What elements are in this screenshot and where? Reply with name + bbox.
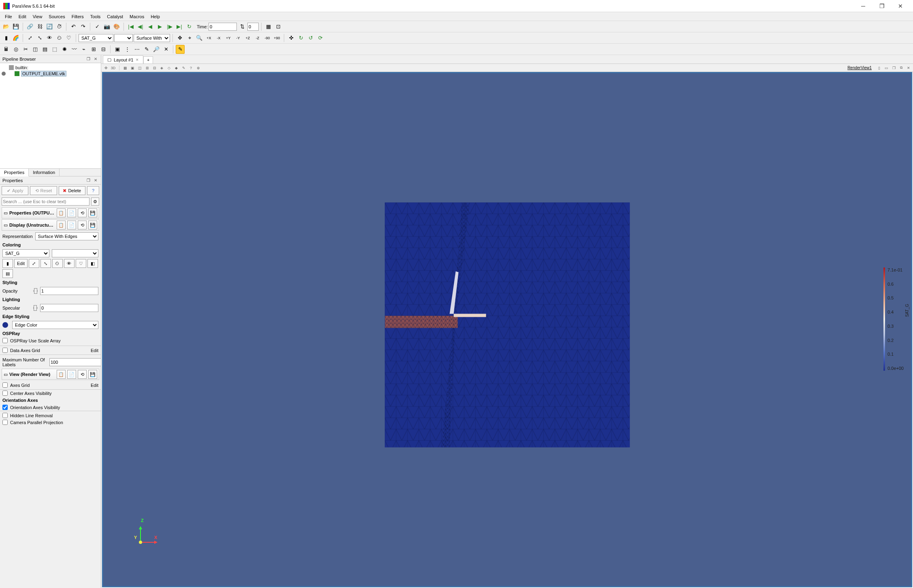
pipeline-item[interactable]: OUTPUT_ELEME.vtk	[2, 70, 99, 77]
rotate-minus90-icon[interactable]: -90	[263, 34, 272, 42]
delete-button[interactable]: ✖Delete	[59, 186, 85, 195]
play-icon[interactable]: ▶	[155, 22, 164, 31]
reset-props-icon[interactable]: ⟲	[78, 208, 87, 217]
hidden-line-checkbox[interactable]	[2, 413, 8, 418]
scalar-colorbar[interactable]: 7.1e-01 0.6 0.5 0.4 0.3 0.2 0.1 0.0e+00	[883, 267, 904, 371]
apply-icon[interactable]: ✓	[93, 22, 102, 31]
redo-icon[interactable]: ↷	[79, 22, 87, 31]
rescale-visible-button[interactable]: 👁	[64, 259, 74, 268]
split-v-icon[interactable]: ▭	[883, 65, 890, 71]
render-tool-10-icon[interactable]: ?	[188, 65, 194, 71]
maximize-view-icon[interactable]: ❐	[891, 65, 897, 71]
loop-icon[interactable]: ↻	[185, 22, 194, 31]
edit-colormap-button[interactable]: Edit	[14, 259, 28, 268]
render-tool-11-icon[interactable]: ⊕	[195, 65, 201, 71]
menu-catalyst[interactable]: Catalyst	[104, 13, 126, 20]
rotate-plus90-icon[interactable]: +90	[272, 34, 281, 42]
rotate-ccw-icon[interactable]: ↺	[306, 34, 315, 42]
save-display-icon[interactable]: 💾	[88, 221, 97, 229]
tab-properties[interactable]: Properties	[0, 169, 29, 176]
rescale-custom-button[interactable]: ⤡	[40, 259, 51, 268]
section-view[interactable]: ▭View (Render View) 📋 📄 ⟲ 💾	[2, 369, 99, 380]
properties-search-input[interactable]	[2, 197, 89, 206]
opacity-input[interactable]	[40, 287, 98, 295]
hover-cells-icon[interactable]: ⋯	[132, 45, 141, 54]
interactive-select-icon[interactable]: ✎	[142, 45, 151, 54]
screenshot-icon[interactable]: 📷	[102, 22, 111, 31]
rescale-visible-icon[interactable]: 👁	[45, 34, 54, 42]
set-view-z-plus-icon[interactable]: +Z	[243, 34, 252, 42]
find-data-icon[interactable]: 🔎	[152, 45, 161, 54]
reset-display-icon[interactable]: ⟲	[78, 221, 87, 229]
pipeline-tree[interactable]: builtin: OUTPUT_ELEME.vtk	[0, 63, 101, 168]
save-view-icon[interactable]: 💾	[88, 370, 97, 379]
edge-color-select[interactable]: Edge Color	[12, 321, 98, 329]
opacity-slider[interactable]	[33, 290, 38, 292]
disconnect-icon[interactable]: ⛓	[35, 22, 44, 31]
properties-panel[interactable]: ✔Apply ⟲Reset ✖Delete ? ⚙ ▭Properties (O…	[0, 185, 101, 588]
step-back-icon[interactable]: ◀|	[136, 22, 145, 31]
colormap-preset-icon[interactable]: ♡	[64, 34, 73, 42]
menu-edit[interactable]: Edit	[16, 13, 29, 20]
menu-tools[interactable]: Tools	[88, 13, 103, 20]
first-frame-icon[interactable]: |◀	[126, 22, 135, 31]
extract-icon[interactable]: ⬚	[50, 45, 59, 54]
rescale-icon[interactable]: ⤢	[26, 34, 34, 42]
close-view-icon[interactable]: ✕	[905, 65, 911, 71]
copy-view-icon[interactable]: 📋	[57, 370, 66, 379]
rotate-cw-icon[interactable]: ↻	[296, 34, 305, 42]
apply-button[interactable]: ✔Apply	[2, 186, 28, 195]
clear-selection-icon[interactable]: ✕	[162, 45, 170, 54]
close-layout-icon[interactable]: ✕	[136, 58, 139, 62]
minimize-button[interactable]: ─	[854, 0, 873, 12]
section-display[interactable]: ▭Display (UnstructuredGridRepresentation…	[2, 219, 99, 231]
close-button[interactable]: ✕	[891, 0, 910, 12]
pick-center-icon[interactable]: ✜	[287, 34, 296, 42]
glyph-icon[interactable]: ✺	[60, 45, 69, 54]
set-view-z-minus-icon[interactable]: -Z	[253, 34, 262, 42]
set-view-y-minus-icon[interactable]: -Y	[234, 34, 243, 42]
specular-input[interactable]	[40, 304, 98, 312]
render-tool-3-icon[interactable]: ◫	[137, 65, 143, 71]
set-view-y-plus-icon[interactable]: +Y	[224, 34, 233, 42]
layout-tab-1[interactable]: ▢Layout #1✕	[103, 55, 143, 64]
rescale-temporal-button[interactable]: ⏲	[52, 259, 63, 268]
edge-color-swatch[interactable]	[2, 322, 8, 328]
render-tool-8-icon[interactable]: ◆	[173, 65, 179, 71]
representation-field[interactable]: Surface With Edges	[35, 232, 98, 240]
reset-rotation-icon[interactable]: ⟳	[316, 34, 325, 42]
menu-file[interactable]: File	[2, 13, 15, 20]
dock-float-icon[interactable]: ❐	[85, 56, 91, 62]
group-icon[interactable]: ⊞	[89, 45, 98, 54]
props-float-icon[interactable]: ❐	[85, 178, 91, 183]
data-axes-edit-button[interactable]: Edit	[91, 348, 98, 353]
stream-tracer-icon[interactable]: 〰	[70, 45, 79, 54]
center-axes-checkbox[interactable]	[2, 391, 8, 396]
time-value-input[interactable]	[209, 23, 237, 31]
representation-select[interactable]: Surface With Edges	[134, 34, 170, 42]
tab-information[interactable]: Information	[29, 169, 60, 176]
orientation-axes-widget[interactable]: Z Y X	[136, 525, 160, 550]
menu-sources[interactable]: Sources	[46, 13, 67, 20]
max-labels-input[interactable]	[49, 358, 101, 366]
rescale-time-icon[interactable]: ⏲	[55, 34, 64, 42]
coloring-array-select[interactable]: SAT_G	[2, 249, 49, 257]
render-tool-7-icon[interactable]: ◇	[166, 65, 172, 71]
render-tool-6-icon[interactable]: ◈	[159, 65, 165, 71]
separate-colormap-button[interactable]: ◧	[87, 259, 98, 268]
zoom-to-data-icon[interactable]: ⌖	[185, 34, 194, 42]
contour-icon[interactable]: ◎	[11, 45, 20, 54]
menu-filters[interactable]: Filters	[69, 13, 86, 20]
restore-view-icon[interactable]: ⧉	[898, 65, 904, 71]
show-colorbar-button[interactable]: ▮	[2, 259, 13, 268]
coloring-component-select[interactable]	[52, 249, 99, 257]
calculator-icon[interactable]: 🖩	[2, 45, 11, 54]
play-reverse-icon[interactable]: ◀	[146, 22, 155, 31]
timer-icon[interactable]: ⏱	[55, 22, 64, 31]
3d-tool-icon[interactable]: 3D	[110, 65, 116, 71]
render-view[interactable]: Z Y X 7.1e-01 0.6 0.5 0.4 0.3 0.2 0.1 0.…	[102, 72, 912, 587]
connect-icon[interactable]: 🔗	[26, 22, 34, 31]
axes-grid-checkbox[interactable]	[2, 382, 8, 388]
choose-preset-button[interactable]: ♡	[76, 259, 86, 268]
set-view-x-minus-icon[interactable]: -X	[214, 34, 223, 42]
